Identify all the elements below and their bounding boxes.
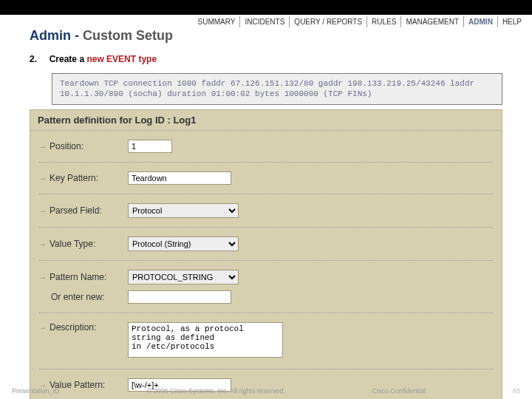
footer-left: Presentation_ID bbox=[12, 387, 60, 395]
key-pattern-input[interactable] bbox=[128, 171, 231, 185]
enter-new-input[interactable] bbox=[128, 290, 231, 304]
footer-confidential: Cisco Confidential bbox=[372, 387, 426, 395]
description-label: Description: bbox=[50, 322, 96, 332]
pattern-name-select[interactable]: PROTOCOL_STRING bbox=[128, 270, 239, 284]
nav-help[interactable]: HELP bbox=[498, 16, 526, 27]
nav-query-reports[interactable]: QUERY / REPORTS bbox=[290, 16, 367, 27]
nav-admin[interactable]: ADMIN bbox=[464, 16, 498, 27]
slide-footer: Presentation_ID © 2006 Cisco Systems, In… bbox=[12, 387, 520, 395]
page-title: Admin - Custom Setup bbox=[30, 28, 532, 44]
title-suffix: Custom Setup bbox=[83, 28, 173, 43]
nav-rules[interactable]: RULES bbox=[367, 16, 401, 27]
footer-slide-number: 65 bbox=[513, 387, 520, 395]
top-bar bbox=[0, 0, 532, 15]
nav-summary[interactable]: SUMMARY bbox=[194, 16, 241, 27]
position-input[interactable] bbox=[128, 140, 172, 153]
value-type-label: Value Type: bbox=[50, 239, 95, 249]
step-number: 2. bbox=[30, 54, 37, 64]
step-highlight: new EVENT type bbox=[86, 54, 157, 64]
step-label: Create a bbox=[50, 54, 87, 64]
position-label: Position: bbox=[50, 141, 83, 151]
value-type-select[interactable]: Protocol (String) bbox=[128, 236, 239, 251]
nav-management[interactable]: MANAGEMENT bbox=[401, 16, 464, 27]
step-heading: 2. Create a new EVENT type bbox=[30, 54, 532, 64]
footer-copyright: © 2006 Cisco Systems, Inc. All rights re… bbox=[146, 387, 284, 395]
nav-incidents[interactable]: INCIDENTS bbox=[240, 16, 290, 27]
pattern-name-label: Pattern Name: bbox=[50, 272, 106, 282]
pattern-form: →Position: →Key Pattern: →Parsed Field: … bbox=[30, 131, 502, 399]
main-nav: SUMMARY INCIDENTS QUERY / REPORTS RULES … bbox=[194, 16, 526, 27]
parsed-field-select[interactable]: Protocol bbox=[128, 203, 239, 218]
enter-new-label: Or enter new: bbox=[51, 292, 105, 302]
log-message-box: Teardown TCP connection 1000 faddr 67.12… bbox=[52, 73, 502, 105]
description-textarea[interactable]: Protocol, as a protocol string as define… bbox=[128, 322, 283, 358]
title-prefix: Admin - bbox=[30, 28, 83, 43]
parsed-field-label: Parsed Field: bbox=[50, 205, 102, 216]
key-pattern-label: Key Pattern: bbox=[50, 173, 98, 183]
pattern-header: Pattern definition for Log ID : Log1 bbox=[30, 109, 502, 131]
